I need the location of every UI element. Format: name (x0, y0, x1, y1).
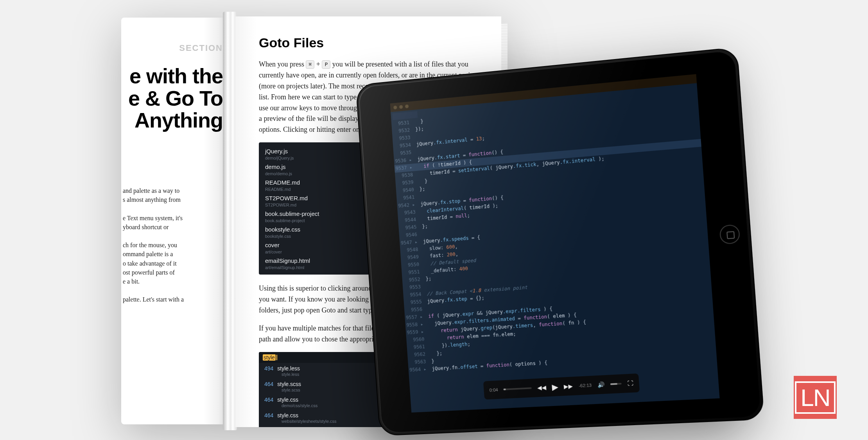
goto-file-name: ST2POWER.md (265, 195, 308, 201)
text-fragment: palette. Let's start with a (123, 295, 223, 304)
goto-file-name: README.md (265, 179, 300, 186)
time-remaining: -62:13 (579, 383, 592, 388)
goto-file-name: demo.js (265, 163, 286, 170)
text-fragment: e Text menu system, it's (123, 214, 223, 223)
volume-slider[interactable] (610, 383, 621, 385)
traffic-light-close[interactable] (393, 105, 397, 109)
title-line: e & Go To (121, 87, 223, 110)
text-fragment: ost powerful parts of (123, 268, 223, 277)
search-query: style (263, 354, 276, 361)
result-filename: style.scss (277, 381, 301, 387)
forward-button[interactable]: ▶▶ (564, 383, 573, 390)
key-p: P (322, 60, 330, 69)
text-fragment: e a bit. (123, 277, 223, 286)
goto-file-name: bookstyle.css (265, 226, 300, 233)
text-fragment: ch for the mouse, you (123, 241, 223, 250)
book-left-page: SECTION e with the e & Go To Anything an… (121, 18, 227, 424)
left-body-text: and palette as a way to s almost anythin… (121, 186, 223, 304)
watermark-text: LN (795, 381, 835, 414)
text: + (316, 60, 320, 68)
chapter-title: e with the e & Go To Anything (121, 65, 223, 131)
match-score: 464 (264, 397, 273, 403)
result-filename: style.less (277, 365, 300, 372)
title-line: e with the (121, 65, 223, 87)
key-cmd: ⌘ (306, 60, 314, 69)
text-fragment: and palette as a way to (123, 186, 223, 195)
text-fragment: ommand palette is a (123, 250, 223, 259)
rewind-button[interactable]: ◀◀ (537, 384, 547, 391)
page-heading: Goto Files (259, 35, 482, 50)
time-elapsed: 0:04 (489, 387, 498, 392)
fullscreen-button[interactable]: ⛶ (627, 380, 633, 386)
volume-icon[interactable]: 🔊 (597, 381, 604, 388)
result-filename: style.css (277, 397, 298, 403)
editor-tab[interactable] (392, 111, 418, 120)
code-editor-screen: 9531 9532 9533 9534 9535 9536 ▸9537 ▸953… (390, 74, 720, 412)
section-label: SECTION (121, 43, 223, 53)
tablet-device: 9531 9532 9533 9534 9535 9536 ▸9537 ▸953… (355, 47, 764, 436)
code-area[interactable]: }});jQuery.fx.interval = 13;jQuery.fx.st… (414, 92, 719, 411)
match-score: 464 (264, 381, 273, 387)
match-score: 464 (264, 412, 273, 418)
text-fragment: s almost anything from (123, 195, 223, 204)
title-line: Anything (121, 109, 223, 131)
ln-watermark: LN (794, 376, 837, 419)
traffic-light-min[interactable] (399, 105, 403, 109)
goto-file-name: book.sublime-project (265, 210, 319, 217)
traffic-light-max[interactable] (405, 104, 409, 108)
progress-bar[interactable] (504, 387, 532, 390)
text-fragment: o take advantage of it (123, 259, 223, 268)
book-spine (223, 12, 237, 430)
result-filename: style.css (277, 412, 298, 418)
goto-file-name: emailSignup.html (265, 257, 310, 264)
play-button[interactable]: ▶ (552, 382, 558, 392)
match-score: 494 (264, 365, 273, 372)
goto-file-name: jQuery.js (265, 148, 288, 154)
text-fragment: yboard shortcut or (123, 223, 223, 232)
goto-file-name: cover (265, 242, 280, 248)
text: When you press (259, 60, 306, 68)
